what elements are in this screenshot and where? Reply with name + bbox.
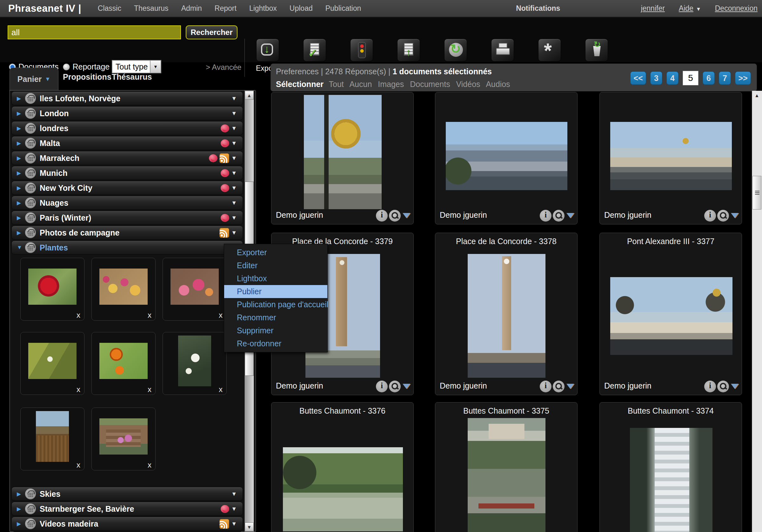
notifications-label[interactable]: Notifications <box>516 4 560 13</box>
prev-page-button[interactable]: << <box>630 71 646 85</box>
basket-row[interactable]: ▶ Munich ▼ <box>11 166 243 180</box>
page-button-6[interactable]: 6 <box>703 71 715 85</box>
logout-link[interactable]: Deconnexion <box>715 4 758 13</box>
expand-arrow-icon[interactable]: ▶ <box>17 95 25 102</box>
zoom-preview-icon[interactable] <box>553 381 565 392</box>
comment-bubble-icon[interactable] <box>221 169 229 177</box>
tab-panier[interactable]: Panier <box>10 68 58 91</box>
result-card[interactable]: Demo jguerin <box>599 92 742 224</box>
chevron-down-icon[interactable] <box>150 61 161 73</box>
tab-propositions[interactable]: Propositions <box>63 72 112 82</box>
result-photo-pont-alexandre-statues[interactable] <box>610 277 732 355</box>
basket-row[interactable]: ▶ Videos madeira ▼ <box>11 517 243 531</box>
remove-thumb-button[interactable]: x <box>148 311 151 320</box>
select-all-link[interactable]: Tout <box>329 80 344 89</box>
advanced-search-link[interactable]: > Avancée <box>206 63 241 72</box>
info-icon[interactable] <box>540 381 552 392</box>
result-photo-concorde-obelisk-tip[interactable] <box>468 254 546 378</box>
basket-row[interactable]: ▶ Starnberger See, Bavière ▼ <box>11 502 243 516</box>
nav-thesaurus[interactable]: Thesaurus <box>134 4 169 13</box>
expand-arrow-icon[interactable]: ▶ <box>17 140 25 147</box>
result-photo-invalides-dome-lamppost[interactable] <box>304 95 382 209</box>
info-icon[interactable] <box>704 381 716 392</box>
basket-menu-icon[interactable]: ▼ <box>231 140 237 147</box>
basket-thumb[interactable]: x <box>20 408 84 470</box>
basket-thumb[interactable]: x <box>163 332 227 395</box>
remove-thumb-button[interactable]: x <box>148 385 151 394</box>
basket-row[interactable]: ▶ Iles Lofoten, Norvège ▼ <box>11 91 243 106</box>
expand-arrow-icon[interactable]: ▶ <box>17 215 25 221</box>
expand-arrow-icon[interactable]: ▶ <box>17 521 25 527</box>
menu-item-renommer[interactable]: Renommer <box>224 311 327 324</box>
comment-bubble-icon[interactable] <box>221 214 229 222</box>
result-card[interactable]: Place de la Concorde - 3378 Demo jguerin <box>435 233 577 395</box>
result-photo-park-lake[interactable] <box>283 447 403 531</box>
basket-menu-icon[interactable]: ▼ <box>231 170 237 177</box>
basket-thumb[interactable]: x <box>92 408 156 470</box>
scroll-up-icon[interactable]: ▲ <box>245 91 254 100</box>
comment-bubble-icon[interactable] <box>221 124 229 132</box>
zoom-preview-icon[interactable] <box>389 210 401 222</box>
scrollbar-thumb[interactable] <box>752 176 761 209</box>
nav-admin[interactable]: Admin <box>181 4 202 13</box>
basket-row-plantes[interactable]: ▼ Plantes ▼ <box>11 241 243 255</box>
comment-bubble-icon[interactable] <box>221 505 229 513</box>
expand-arrow-icon[interactable]: ▶ <box>17 125 25 132</box>
zoom-preview-icon[interactable] <box>717 210 729 222</box>
select-documents-link[interactable]: Documents <box>410 80 450 89</box>
help-menu[interactable]: Aide <box>679 4 701 13</box>
menu-item-supprimer[interactable]: Supprimer <box>224 324 327 337</box>
type-select[interactable]: Tout type <box>112 60 161 73</box>
expand-arrow-icon[interactable]: ▶ <box>17 110 25 117</box>
basket-row[interactable]: ▶ Photos de campagne ▼ <box>11 226 243 240</box>
remove-thumb-button[interactable]: x <box>77 311 80 320</box>
search-input[interactable] <box>8 26 181 39</box>
basket-row[interactable]: ▶ London ▼ <box>11 106 243 120</box>
card-menu-icon[interactable] <box>403 213 410 222</box>
result-card[interactable]: Buttes Chaumont - 3375 <box>435 402 577 532</box>
result-card[interactable]: Buttes Chaumont - 3376 <box>271 402 414 532</box>
page-button-7[interactable]: 7 <box>719 71 731 85</box>
basket-menu-icon[interactable]: ▼ <box>231 491 237 497</box>
user-link[interactable]: jennifer <box>641 4 664 13</box>
basket-row[interactable]: ▶ Malta ▼ <box>11 136 243 150</box>
basket-menu-icon[interactable]: ▼ <box>231 506 237 512</box>
result-card[interactable]: Buttes Chaumont - 3374 <box>599 402 742 532</box>
info-icon[interactable] <box>540 210 552 222</box>
basket-row[interactable]: ▶ Paris (Winter) ▼ <box>11 211 243 225</box>
result-photo-waterfall[interactable] <box>630 428 713 532</box>
basket-row[interactable]: ▶ Nuages ▼ <box>11 196 243 210</box>
basket-menu-icon[interactable]: ▼ <box>231 95 237 102</box>
select-audios-link[interactable]: Audios <box>486 80 510 89</box>
tab-thesaurus[interactable]: Thésaurus <box>112 72 152 82</box>
zoom-preview-icon[interactable] <box>553 210 565 222</box>
search-button[interactable]: Rechercher <box>186 26 238 39</box>
select-videos-link[interactable]: Vidéos <box>456 80 480 89</box>
info-icon[interactable] <box>376 381 388 392</box>
nav-upload[interactable]: Upload <box>289 4 313 13</box>
expand-arrow-icon[interactable]: ▶ <box>17 491 25 497</box>
nav-classic[interactable]: Classic <box>98 4 121 13</box>
menu-item-publication-accueil[interactable]: Publication page d'accueil <box>224 298 327 311</box>
basket-thumb[interactable]: x <box>163 258 227 321</box>
expand-arrow-icon[interactable]: ▶ <box>17 155 25 162</box>
basket-menu-icon[interactable]: ▼ <box>231 521 237 527</box>
remove-thumb-button[interactable]: x <box>77 461 80 470</box>
remove-thumb-button[interactable]: x <box>219 385 223 394</box>
scroll-down-icon[interactable]: ▼ <box>245 522 254 531</box>
card-menu-icon[interactable] <box>403 384 410 393</box>
basket-menu-icon[interactable]: ▼ <box>231 230 237 236</box>
card-menu-icon[interactable] <box>731 384 738 393</box>
reportage-radio-label[interactable]: Reportage <box>72 62 110 71</box>
result-card[interactable]: Pont Alexandre III - 3377 Demo jguerin <box>599 233 742 395</box>
page-button-4[interactable]: 4 <box>666 71 678 85</box>
basket-menu-icon[interactable]: ▼ <box>231 110 237 117</box>
reportage-radio[interactable] <box>63 63 70 70</box>
scroll-up-icon[interactable]: ▲ <box>753 91 761 100</box>
comment-bubble-icon[interactable] <box>221 184 229 192</box>
remove-thumb-button[interactable]: x <box>148 461 151 470</box>
collapse-arrow-icon[interactable]: ▼ <box>17 244 25 251</box>
menu-item-reordonner[interactable]: Re-ordonner <box>224 337 327 350</box>
basket-menu-icon[interactable]: ▼ <box>231 185 237 191</box>
nav-lightbox[interactable]: Lightbox <box>249 4 277 13</box>
